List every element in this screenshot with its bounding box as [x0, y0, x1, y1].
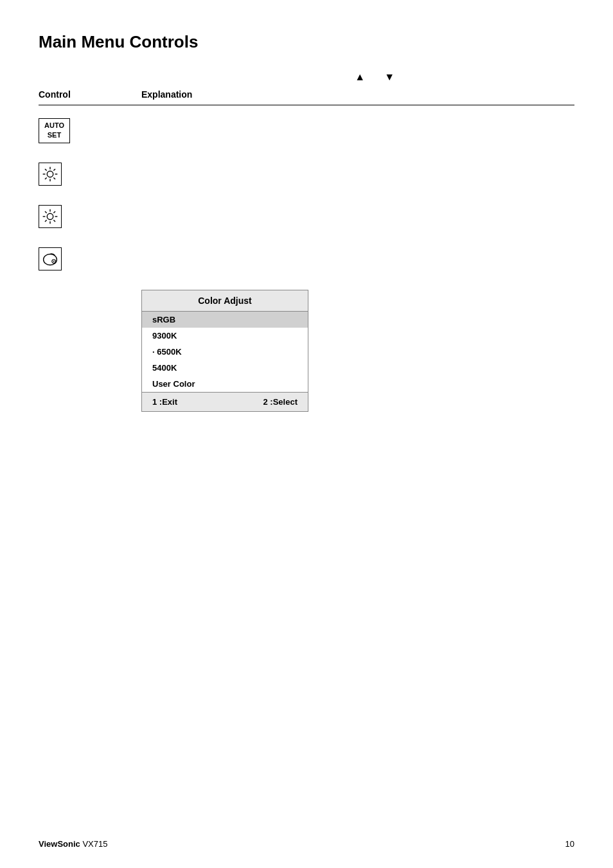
down-arrow[interactable]: ▼ — [384, 71, 395, 83]
footer-page-number: 10 — [565, 839, 574, 849]
color-adjust-exit[interactable]: 1 :Exit — [152, 397, 177, 407]
footer-model-display: VX715 — [82, 839, 107, 849]
control-header: Control — [39, 89, 116, 100]
explanation-header: Explanation — [141, 89, 574, 100]
up-arrow[interactable]: ▲ — [355, 71, 365, 83]
svg-line-8 — [45, 177, 47, 179]
footer-brand: ViewSonic — [39, 839, 80, 849]
svg-line-14 — [45, 211, 47, 213]
auto-set-icon: AUTO SET — [39, 118, 70, 143]
palette-icon-cell — [39, 247, 116, 270]
color-row — [39, 247, 574, 270]
color-adjust-menu: Color Adjust sRGB 9300K · 6500K 5400K Us… — [141, 290, 308, 412]
color-adjust-9300k[interactable]: 9300K — [142, 328, 308, 344]
color-adjust-srgb[interactable]: sRGB — [142, 312, 308, 328]
svg-line-6 — [53, 177, 55, 179]
svg-line-15 — [53, 220, 55, 222]
svg-line-7 — [53, 169, 55, 171]
brightness2-icon — [39, 205, 62, 228]
auto-set-icon-cell: AUTO SET — [39, 118, 116, 143]
page-footer: ViewSonic VX715 10 — [39, 839, 574, 849]
color-adjust-5400k[interactable]: 5400K — [142, 360, 308, 376]
auto-set-row: AUTO SET — [39, 118, 574, 143]
palette-icon — [39, 247, 62, 270]
footer-brand-model: ViewSonic VX715 — [39, 839, 107, 849]
svg-point-0 — [47, 171, 53, 177]
brightness1-row — [39, 163, 574, 186]
palette-svg — [39, 247, 61, 270]
brightness2-row — [39, 205, 574, 228]
color-adjust-footer: 1 :Exit 2 :Select — [142, 392, 308, 411]
brightness1-icon-cell — [39, 163, 116, 186]
brightness1-icon — [39, 163, 62, 186]
color-adjust-6500k[interactable]: · 6500K — [142, 344, 308, 360]
svg-point-9 — [47, 213, 53, 219]
color-adjust-user-color[interactable]: User Color — [142, 376, 308, 392]
nav-arrows: ▲ ▼ — [39, 71, 395, 83]
column-headers: Control Explanation — [39, 89, 574, 105]
page-title: Main Menu Controls — [39, 32, 574, 52]
svg-line-5 — [45, 169, 47, 171]
svg-point-20 — [53, 261, 55, 262]
svg-line-16 — [53, 211, 55, 213]
brightness2-icon-cell — [39, 205, 116, 228]
svg-line-17 — [45, 220, 47, 222]
sun-svg-1 — [39, 163, 61, 186]
color-adjust-select[interactable]: 2 :Select — [263, 397, 298, 407]
page-content: Main Menu Controls ▲ ▼ Control Explanati… — [0, 0, 613, 438]
color-adjust-title: Color Adjust — [142, 290, 308, 312]
sun-svg-2 — [39, 205, 61, 228]
